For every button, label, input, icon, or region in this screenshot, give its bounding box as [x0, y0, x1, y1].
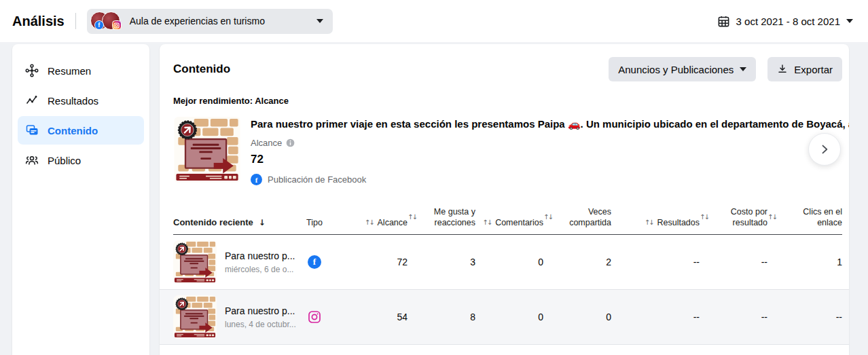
analytics-sidebar: Resumen Resultados Contenid	[12, 44, 149, 355]
divider	[75, 13, 76, 29]
sidebar-item-resultados[interactable]: Resultados	[18, 86, 144, 115]
post-thumbnail	[173, 240, 217, 284]
post-title: Para nuestro p...	[225, 305, 296, 316]
account-selector-label: Aula de experiencias en turismo	[130, 16, 308, 26]
featured-metric-label: Alcance	[251, 138, 282, 148]
cell-tipo	[302, 310, 360, 324]
post-thumbnail	[173, 295, 217, 339]
cell-veces-compartida: 2	[543, 257, 611, 267]
content-panel: Contenido Anuncios y Publicaciones Expor…	[160, 44, 849, 355]
sort-icon: ↑↓	[645, 219, 653, 227]
next-post-button[interactable]	[808, 133, 841, 166]
cell-costo: --	[700, 257, 767, 267]
facebook-icon: f	[308, 255, 321, 269]
cell-clics: 1	[767, 257, 842, 267]
featured-post-thumbnail	[173, 117, 241, 183]
featured-post-text: Para nuestro primer viaje en esta secció…	[251, 118, 849, 130]
table-row-facebook-post[interactable]: Para nuestro p... miércoles, 6 de o... f…	[160, 235, 849, 290]
column-header-me-gusta[interactable]: ↑↓ Me gusta y reacciones	[408, 207, 475, 228]
best-performance-label: Mejor rendimiento: Alcance	[173, 96, 835, 106]
instagram-icon	[308, 310, 321, 324]
column-header-costo[interactable]: ↑↓ Costo por resultado	[700, 207, 767, 228]
column-header-tipo: Tipo	[302, 218, 360, 229]
cell-alcance: 54	[360, 312, 408, 322]
featured-metric-row: Alcance	[251, 138, 849, 148]
column-header-alcance[interactable]: ↑↓ Alcance	[360, 218, 408, 229]
column-header-contenido-reciente[interactable]: Contenido reciente ↓	[173, 217, 302, 228]
featured-post-body: Para nuestro primer viaje en esta secció…	[251, 117, 849, 185]
table-row-instagram-post[interactable]: Para nuestro p... lunes, 4 de octubr... …	[160, 290, 849, 345]
featured-post-card: Para nuestro primer viaje en esta secció…	[160, 117, 849, 185]
sort-icon: ↑↓	[700, 213, 708, 222]
sidebar-item-publico[interactable]: Público	[18, 146, 144, 174]
sort-icon: ↑↓	[365, 219, 374, 227]
cell-me-gusta: 3	[408, 257, 475, 267]
cell-veces-compartida: 0	[543, 312, 611, 322]
sort-icon: ↑↓	[767, 213, 776, 222]
table-header-row: Contenido reciente ↓ Tipo ↑↓ Alcance ↑↓ …	[173, 207, 842, 235]
filter-button-label: Anuncios y Publicaciones	[618, 64, 734, 75]
cell-comentarios: 0	[475, 257, 543, 267]
column-header-clics[interactable]: ↑↓ Clics en el enlace	[767, 207, 842, 228]
post-title: Para nuestro p...	[225, 250, 295, 261]
ads-posts-filter-button[interactable]: Anuncios y Publicaciones	[609, 57, 756, 81]
account-avatars: f	[90, 12, 122, 31]
sidebar-item-label: Resumen	[48, 65, 91, 77]
account-selector[interactable]: f Aula de experiencias en turismo	[87, 9, 333, 34]
sidebar-item-contenido[interactable]: Contenido	[18, 116, 144, 145]
download-icon	[777, 64, 788, 75]
cell-comentarios: 0	[475, 312, 543, 322]
sort-icon: ↑↓	[408, 213, 416, 222]
sidebar-item-label: Público	[48, 155, 81, 166]
cell-tipo: f	[302, 255, 360, 269]
post-text-block: Para nuestro p... miércoles, 6 de o...	[225, 250, 295, 274]
section-title: Contenido	[173, 62, 230, 76]
cell-costo: --	[700, 312, 767, 322]
sort-icon: ↑↓	[543, 213, 552, 222]
chevron-down-icon	[317, 19, 323, 23]
cell-content: Para nuestro p... miércoles, 6 de o...	[173, 240, 302, 284]
sort-icon: ↑↓	[482, 219, 491, 227]
export-button-label: Exportar	[794, 64, 833, 75]
chevron-right-icon	[818, 143, 831, 156]
featured-metric-value: 72	[251, 153, 849, 166]
column-header-resultados[interactable]: ↑↓ Resultados	[611, 218, 700, 229]
sidebar-item-resumen[interactable]: Resumen	[18, 56, 144, 85]
post-text-block: Para nuestro p... lunes, 4 de octubr...	[225, 305, 296, 329]
overview-hub-icon	[25, 64, 39, 77]
chevron-down-icon	[846, 19, 853, 23]
instagram-badge-icon	[112, 20, 122, 30]
sort-descending-icon: ↓	[259, 218, 266, 228]
cell-content: Para nuestro p... lunes, 4 de octubr...	[173, 295, 302, 339]
featured-source-label: Publicación de Facebook	[268, 174, 366, 185]
facebook-badge-icon: f	[94, 20, 104, 30]
top-bar: Análisis f Aula de experiencias en turis…	[0, 0, 868, 42]
cell-clics: --	[767, 312, 842, 322]
column-header-veces-compartida[interactable]: ↑↓ Veces compartida	[543, 207, 611, 228]
calendar-icon	[717, 15, 730, 28]
cell-resultados: --	[611, 312, 700, 322]
page-body: Resumen Resultados Contenid	[0, 42, 868, 355]
info-icon[interactable]	[286, 138, 295, 147]
date-range-picker[interactable]: 3 oct 2021 - 8 oct 2021	[717, 15, 853, 28]
cell-alcance: 72	[360, 257, 408, 267]
audience-people-icon	[25, 153, 39, 167]
chevron-down-icon	[740, 67, 746, 71]
facebook-icon: f	[251, 174, 262, 185]
trend-line-icon	[25, 94, 39, 107]
post-date: miércoles, 6 de o...	[225, 265, 295, 274]
export-button[interactable]: Exportar	[767, 57, 842, 81]
content-cards-icon	[25, 124, 39, 137]
cell-me-gusta: 8	[408, 312, 475, 322]
column-header-comentarios[interactable]: ↑↓ Comentarios	[475, 218, 543, 229]
recent-content-table: Contenido reciente ↓ Tipo ↑↓ Alcance ↑↓ …	[160, 207, 849, 345]
cell-resultados: --	[611, 257, 700, 267]
content-header: Contenido Anuncios y Publicaciones Expor…	[160, 57, 849, 81]
featured-source-row: f Publicación de Facebook	[251, 174, 849, 185]
sidebar-item-label: Resultados	[48, 95, 98, 107]
post-date: lunes, 4 de octubr...	[225, 320, 296, 329]
page-title: Análisis	[12, 14, 65, 29]
date-range-text: 3 oct 2021 - 8 oct 2021	[736, 16, 840, 27]
sidebar-item-label: Contenido	[48, 125, 98, 136]
